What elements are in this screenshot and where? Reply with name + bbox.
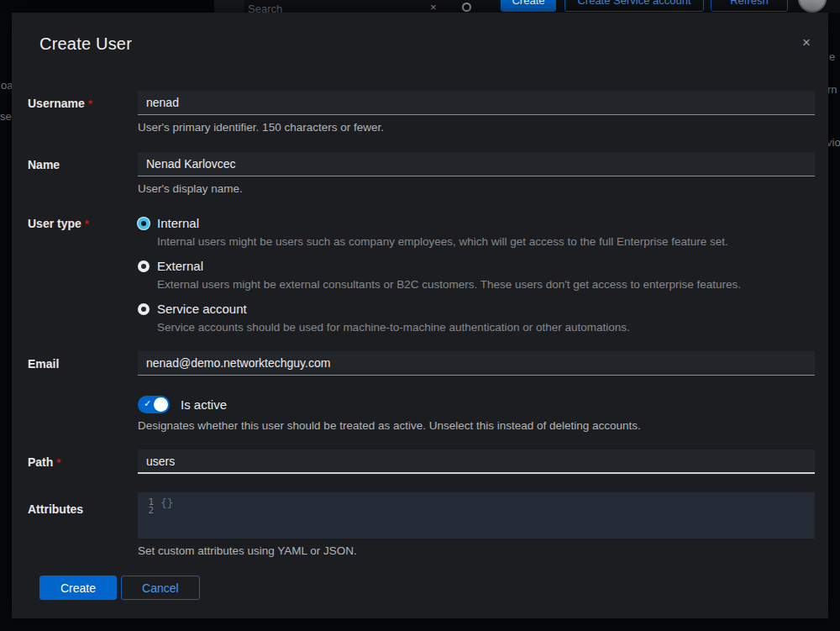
is-active-label[interactable]: Is active: [181, 397, 227, 412]
user-type-option-external: External External users might be externa…: [138, 259, 815, 291]
editor-line-numbers: 1 2: [145, 498, 154, 539]
is-active-help-text: Designates whether this user should be t…: [138, 419, 815, 432]
required-marker: *: [56, 456, 60, 469]
user-type-option-service-account: Service account Service accounts should …: [138, 302, 815, 334]
username-help-text: User's primary identifier. 150 character…: [138, 121, 815, 134]
name-field[interactable]: [138, 152, 815, 176]
required-marker: *: [85, 218, 89, 230]
attributes-code-editor[interactable]: 1 2 {}: [138, 492, 815, 539]
user-avatar[interactable]: [798, 0, 827, 13]
search-input[interactable]: Search: [248, 3, 282, 13]
radio-service-account[interactable]: [138, 303, 150, 315]
radio-internal[interactable]: [138, 218, 150, 229]
background-fragment: e: [829, 50, 835, 63]
is-active-row: ✓ Is active Designates whether this user…: [12, 396, 828, 432]
close-icon[interactable]: ×: [802, 35, 811, 50]
cancel-button[interactable]: Cancel: [121, 576, 200, 600]
create-service-account-button[interactable]: Create Service account: [564, 0, 704, 12]
name-row: Name User's display name.: [12, 152, 828, 195]
radio-service-account-label[interactable]: Service account: [157, 302, 247, 316]
radio-internal-description: Internal users might be users such as co…: [157, 235, 815, 248]
user-type-option-internal: Internal Internal users might be users s…: [138, 216, 815, 248]
search-icon[interactable]: [462, 3, 471, 12]
username-row: Username* User's primary identifier. 150…: [12, 91, 828, 134]
is-active-spacer: [28, 396, 138, 432]
modal-footer: Create Cancel: [12, 576, 828, 600]
required-marker: *: [88, 97, 92, 110]
editor-placeholder: {}: [160, 498, 174, 539]
radio-external-label[interactable]: External: [157, 259, 203, 273]
username-label: Username*: [28, 91, 138, 134]
toggle-check-icon: ✓: [144, 398, 151, 409]
user-type-label: User type*: [28, 216, 138, 334]
background-fragment: rn: [827, 83, 837, 96]
radio-internal-label[interactable]: Internal: [157, 216, 199, 230]
background-topbar: Search × Create Create Service account R…: [0, 0, 840, 13]
background-fragment: vio: [827, 136, 840, 149]
create-button[interactable]: Create: [39, 576, 117, 600]
email-row: Email: [12, 351, 828, 376]
email-field[interactable]: [138, 351, 815, 376]
background-filter-select[interactable]: [214, 0, 244, 13]
toggle-knob: [154, 397, 168, 412]
username-field[interactable]: [138, 91, 815, 115]
background-fragment: se: [0, 110, 12, 123]
create-button-topbar[interactable]: Create: [501, 0, 556, 12]
path-label: Path*: [28, 450, 138, 474]
create-user-modal: Create User × Username* User's primary i…: [12, 13, 828, 618]
email-label: Email: [28, 351, 138, 376]
clear-search-icon[interactable]: ×: [430, 1, 437, 13]
name-label: Name: [28, 152, 138, 195]
radio-external-description: External users might be external consult…: [157, 278, 815, 291]
path-field[interactable]: [138, 450, 815, 474]
path-row: Path*: [12, 450, 828, 474]
user-type-row: User type* Internal Internal users might…: [12, 216, 828, 334]
attributes-row: Attributes 1 2 {} Set custom attributes …: [12, 492, 828, 557]
is-active-toggle[interactable]: ✓: [138, 396, 170, 413]
attributes-help-text: Set custom attributes using YAML or JSON…: [138, 544, 815, 557]
radio-service-account-description: Service accounts should be used for mach…: [157, 321, 815, 334]
name-help-text: User's display name.: [138, 182, 815, 195]
attributes-label: Attributes: [28, 492, 138, 557]
page-title: Create User: [39, 34, 811, 54]
refresh-button[interactable]: Refresh: [711, 0, 788, 12]
background-sidebar-edge: [0, 0, 214, 13]
radio-external[interactable]: [138, 260, 150, 272]
